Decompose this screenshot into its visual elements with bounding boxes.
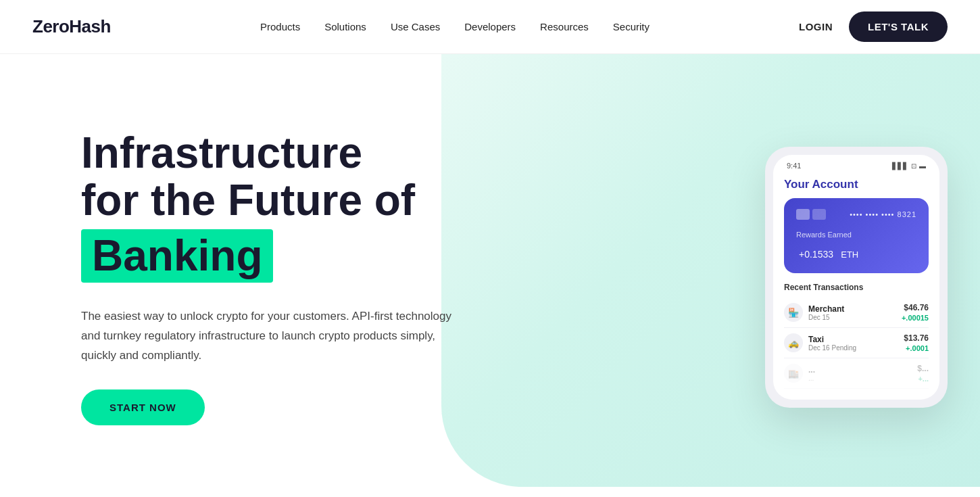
- navbar: ZeroHash ProductsSolutionsUse CasesDevel…: [0, 0, 980, 54]
- phone-content: Your Account •••• •••• •••• 8321 Rewards…: [773, 172, 939, 389]
- rewards-value: +0.1533: [799, 249, 833, 260]
- nav-link-resources[interactable]: Resources: [540, 21, 589, 32]
- transaction-left: 🏬 ... ...: [784, 364, 815, 383]
- hero-title-line2: for the Future of: [81, 176, 473, 224]
- rewards-label: Rewards Earned: [796, 231, 916, 239]
- logo-text: ZeroHash: [32, 16, 111, 37]
- nav-link-solutions[interactable]: Solutions: [324, 21, 366, 32]
- card-number: •••• •••• •••• 8321: [850, 210, 916, 218]
- transaction-crypto: +.00015: [902, 314, 929, 322]
- transaction-date: Dec 16 Pending: [808, 344, 856, 352]
- transaction-info: Merchant Dec 15: [808, 304, 844, 321]
- transaction-left: 🏪 Merchant Dec 15: [784, 303, 844, 322]
- phone-outer: 9:41 ▋▋▋ ⊡ ▬ Your Account: [765, 147, 948, 408]
- transaction-name: Taxi: [808, 335, 856, 344]
- rewards-amount: +0.1533 ETH: [796, 241, 916, 262]
- card-chip-area: [796, 209, 826, 220]
- wifi-icon: ⊡: [911, 162, 916, 170]
- transactions-title: Recent Transactions: [784, 283, 929, 292]
- transaction-info: ... ...: [808, 365, 815, 382]
- transaction-row: 🏬 ... ... $... +...: [784, 358, 929, 389]
- nav-link-security[interactable]: Security: [613, 21, 650, 32]
- login-link[interactable]: LOGIN: [799, 21, 833, 32]
- transaction-icon: 🚕: [784, 333, 803, 352]
- transaction-crypto: +.0001: [906, 344, 929, 352]
- rewards-currency: ETH: [841, 250, 858, 260]
- hero-title-highlight: Banking: [81, 229, 273, 282]
- nav-links: ProductsSolutionsUse CasesDevelopersReso…: [260, 21, 650, 32]
- transaction-right: $13.76 +.0001: [904, 333, 929, 352]
- phone-status-bar: 9:41 ▋▋▋ ⊡ ▬: [773, 155, 939, 172]
- signal-icon: ▋▋▋: [892, 162, 908, 170]
- transaction-amount: $13.76: [904, 333, 929, 343]
- phone-status-icons: ▋▋▋ ⊡ ▬: [892, 162, 926, 170]
- nav-actions: LOGIN LET'S TALK: [799, 11, 948, 42]
- nav-link-use-cases[interactable]: Use Cases: [391, 21, 440, 32]
- battery-icon: ▬: [919, 162, 926, 170]
- logo[interactable]: ZeroHash: [32, 16, 111, 37]
- transaction-row: 🚕 Taxi Dec 16 Pending $13.76 +.0001: [784, 328, 929, 358]
- nav-link-developers[interactable]: Developers: [464, 21, 516, 32]
- hero-description: The easiest way to unlock crypto for you…: [81, 307, 473, 366]
- transaction-crypto: +...: [918, 375, 929, 383]
- transaction-row: 🏪 Merchant Dec 15 $46.76 +.00015: [784, 298, 929, 328]
- payment-card: •••• •••• •••• 8321 Rewards Earned +0.15…: [784, 198, 929, 273]
- transaction-name: Merchant: [808, 304, 844, 314]
- hero-title: Infrastructure for the Future of Banking: [81, 129, 473, 299]
- hero-section: Infrastructure for the Future of Banking…: [0, 54, 980, 487]
- transaction-name: ...: [808, 365, 815, 375]
- start-now-button[interactable]: START NOW: [81, 389, 205, 425]
- transaction-right: $... +...: [917, 364, 929, 383]
- card-chip-secondary: [812, 209, 826, 220]
- transaction-right: $46.76 +.00015: [902, 303, 929, 322]
- lets-talk-button[interactable]: LET'S TALK: [849, 11, 948, 42]
- phone-mockup-container: 9:41 ▋▋▋ ⊡ ▬ Your Account: [765, 147, 948, 408]
- phone-inner: 9:41 ▋▋▋ ⊡ ▬ Your Account: [773, 155, 939, 400]
- hero-content: Infrastructure for the Future of Banking…: [81, 129, 473, 426]
- account-title: Your Account: [784, 178, 929, 191]
- transaction-icon: 🏪: [784, 303, 803, 322]
- transaction-amount: $46.76: [904, 303, 929, 312]
- transactions-list: 🏪 Merchant Dec 15 $46.76 +.00015 🚕 Taxi …: [784, 298, 929, 389]
- transaction-amount: $...: [917, 364, 929, 373]
- transaction-date: ...: [808, 375, 815, 382]
- bottom-indicators: [0, 487, 980, 497]
- transaction-date: Dec 15: [808, 314, 844, 321]
- transaction-info: Taxi Dec 16 Pending: [808, 335, 856, 352]
- transaction-icon: 🏬: [784, 364, 803, 383]
- phone-time: 9:41: [787, 162, 801, 170]
- card-top: •••• •••• •••• 8321: [796, 209, 916, 220]
- nav-link-products[interactable]: Products: [260, 21, 300, 32]
- card-chip: [796, 209, 810, 220]
- transaction-left: 🚕 Taxi Dec 16 Pending: [784, 333, 856, 352]
- hero-title-line1: Infrastructure: [81, 129, 473, 176]
